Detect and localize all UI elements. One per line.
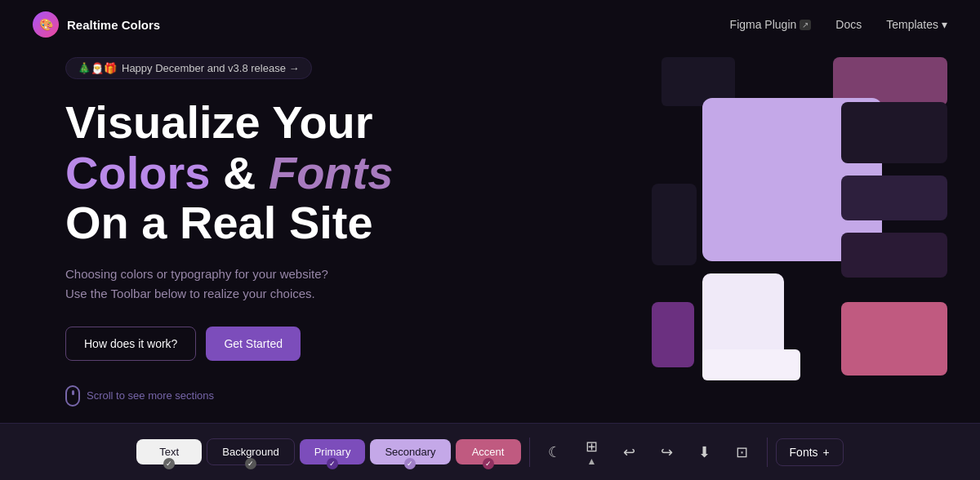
primary-color-indicator: ✓: [327, 458, 338, 469]
toolbar-accent-label: Accent: [472, 446, 505, 458]
docs-label: Docs: [835, 18, 862, 31]
announcement-text: Happy December and v3.8 release →: [122, 62, 300, 74]
share-icon: ⊡: [736, 443, 748, 461]
color-block-dark-small-left: [652, 184, 697, 265]
announcement-banner[interactable]: 🎄🎅🎁 Happy December and v3.8 release →: [65, 57, 312, 79]
scroll-mouse-icon: [65, 385, 80, 407]
toolbar-bg-label: Background: [222, 446, 278, 458]
brand[interactable]: 🎨 Realtime Colors: [33, 11, 160, 38]
chevron-down-icon: ▾: [942, 18, 947, 31]
figma-plugin-label: Figma Plugin: [730, 18, 797, 31]
hero-fonts: Fonts: [269, 147, 393, 198]
scroll-wheel: [72, 390, 74, 395]
fonts-label: Fonts: [790, 446, 818, 459]
toolbar-divider-2: [767, 438, 768, 467]
download-button[interactable]: ⬇: [688, 436, 721, 469]
color-block-purple-bottom-left: [652, 302, 694, 367]
color-block-white-wide: [702, 349, 800, 380]
hero-subtitle: Choosing colors or typography for your w…: [65, 264, 637, 304]
grid-chevron-icon: ▲: [587, 456, 597, 467]
text-color-indicator: ✓: [163, 458, 175, 469]
templates-label: Templates: [886, 18, 938, 31]
toolbar-primary-label: Primary: [314, 446, 351, 458]
color-blocks: [637, 57, 964, 418]
scroll-hint-text: Scroll to see more sections: [87, 389, 214, 402]
nav-link-figma[interactable]: Figma Plugin ↗: [730, 18, 812, 31]
figma-plugin-badge: ↗: [800, 20, 811, 30]
subtitle-line1: Choosing colors or typography for your w…: [65, 264, 637, 284]
hero-line1: Visualize Your: [65, 97, 637, 148]
toolbar-secondary-label: Secondary: [385, 446, 435, 458]
toolbar-text-label: Text: [159, 446, 179, 458]
hero-colors: Colors: [65, 147, 210, 198]
left-panel: 🎄🎅🎁 Happy December and v3.8 release → Vi…: [0, 49, 637, 426]
hero-amp: &: [210, 147, 269, 198]
dark-mode-icon: ☾: [548, 443, 561, 461]
color-block-pink-right: [841, 302, 947, 376]
hero-title: Visualize Your Colors & Fonts On a Real …: [65, 97, 637, 248]
toolbar: Text ✓ Background ✓ Primary ✓ Secondary …: [0, 423, 980, 480]
secondary-color-indicator: ✓: [404, 458, 416, 469]
fonts-button[interactable]: Fonts +: [776, 438, 844, 466]
toolbar-text-button[interactable]: Text ✓: [136, 439, 202, 464]
how-does-it-work-button[interactable]: How does it work?: [65, 327, 196, 361]
color-block-dark-bottom-right: [841, 233, 947, 278]
dark-mode-button[interactable]: ☾: [538, 436, 571, 469]
toolbar-secondary-button[interactable]: Secondary ✓: [370, 439, 450, 464]
announcement-emojis: 🎄🎅🎁: [78, 62, 117, 74]
brand-name: Realtime Colors: [67, 18, 160, 32]
redo-icon: ↪: [661, 443, 673, 461]
grid-icon: ⊞: [586, 438, 598, 456]
nav-link-templates[interactable]: Templates ▾: [886, 18, 947, 31]
scroll-hint: Scroll to see more sections: [65, 385, 637, 407]
undo-icon: ↩: [623, 443, 635, 461]
accent-color-indicator: ✓: [483, 458, 494, 469]
hero-line3: On a Real Site: [65, 198, 637, 248]
redo-button[interactable]: ↪: [651, 436, 684, 469]
get-started-button[interactable]: Get Started: [206, 327, 301, 361]
hero-line2: Colors & Fonts: [65, 147, 393, 198]
nav-links: Figma Plugin ↗ Docs Templates ▾: [730, 18, 947, 31]
main-content: 🎄🎅🎁 Happy December and v3.8 release → Vi…: [0, 49, 980, 426]
navbar: 🎨 Realtime Colors Figma Plugin ↗ Docs Te…: [0, 0, 980, 49]
color-block-purple-right: [841, 176, 947, 220]
undo-button[interactable]: ↩: [613, 436, 646, 469]
subtitle-line2: Use the Toolbar below to realize your ch…: [65, 284, 637, 304]
nav-link-docs[interactable]: Docs: [835, 18, 862, 31]
share-button[interactable]: ⊡: [726, 436, 759, 469]
right-panel: [637, 49, 980, 426]
bg-color-indicator: ✓: [245, 458, 256, 469]
toolbar-primary-button[interactable]: Primary ✓: [300, 439, 366, 464]
hero-buttons: How does it work? Get Started: [65, 327, 637, 361]
toolbar-accent-button[interactable]: Accent ✓: [456, 439, 521, 464]
toolbar-background-button[interactable]: Background ✓: [207, 438, 294, 465]
brand-logo: 🎨: [33, 11, 59, 38]
fonts-plus-icon: +: [823, 446, 830, 459]
download-icon: ⬇: [698, 443, 710, 461]
color-block-dark-right: [841, 102, 947, 163]
toolbar-divider-1: [529, 438, 530, 467]
grid-button[interactable]: ⊞ ▲: [576, 436, 608, 469]
